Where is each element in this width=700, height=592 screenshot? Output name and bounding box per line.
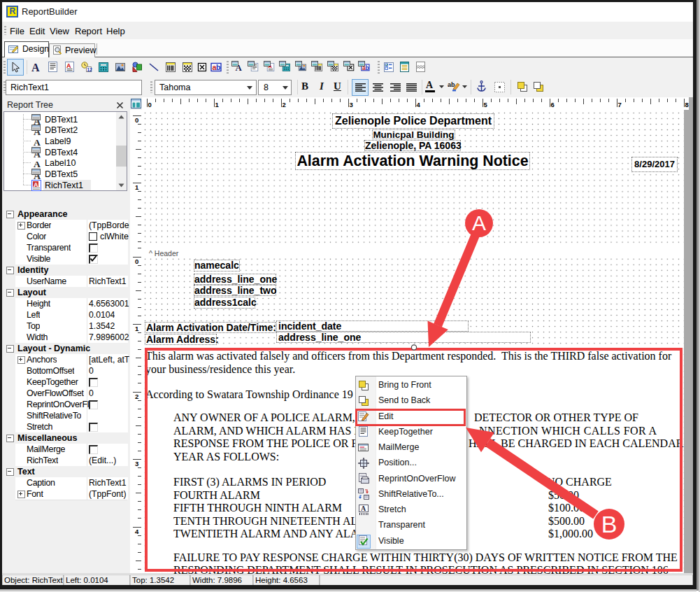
svg-text:b: b bbox=[365, 64, 369, 71]
svg-text:A: A bbox=[34, 181, 38, 188]
svg-text:ab: ab bbox=[448, 81, 455, 88]
svg-text:A: A bbox=[66, 62, 71, 69]
svg-text:A: A bbox=[34, 159, 41, 169]
svg-text:A: A bbox=[34, 136, 41, 147]
svg-text:A: A bbox=[361, 505, 366, 512]
svg-text:b: b bbox=[216, 63, 220, 71]
svg-text:12: 12 bbox=[87, 67, 92, 72]
svg-text:A: A bbox=[31, 62, 40, 73]
